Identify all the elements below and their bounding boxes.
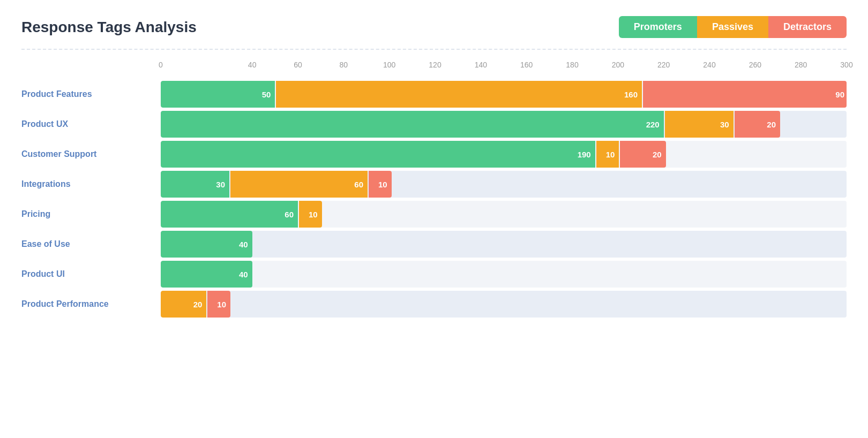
bar-segment-orange: 10	[596, 141, 619, 168]
segments-wrap: 6010	[161, 201, 847, 228]
bar-segment-green: 50	[161, 81, 275, 108]
segments-wrap: 306010	[161, 171, 847, 198]
row-label-product-ux: Product UX	[21, 119, 161, 129]
axis-tick-100: 100	[383, 61, 395, 69]
bar-track: 2010	[161, 291, 847, 318]
bar-segment-red: 90	[643, 81, 847, 108]
row-label-product-performance: Product Performance	[21, 299, 161, 309]
bars-container: Product Features5016090Product UX2203020…	[21, 81, 847, 318]
bar-row: Customer Support1901020	[21, 141, 847, 168]
bar-row: Integrations306010	[21, 171, 847, 198]
bar-track: 6010	[161, 201, 847, 228]
axis-tick-180: 180	[566, 61, 578, 69]
bar-row: Pricing6010	[21, 201, 847, 228]
row-label-product-ui: Product UI	[21, 269, 161, 279]
bar-segment-orange: 60	[230, 171, 368, 198]
bar-segment-red: 20	[735, 111, 780, 138]
bar-segment-orange: 30	[665, 111, 734, 138]
bar-track: 2203020	[161, 111, 847, 138]
segments-wrap: 2203020	[161, 111, 847, 138]
bar-row: Product Features5016090	[21, 81, 847, 108]
axis-tick-120: 120	[429, 61, 441, 69]
bar-segment-green: 40	[161, 231, 252, 258]
bar-segment-green: 60	[161, 201, 298, 228]
bar-track: 40	[161, 261, 847, 288]
bar-row: Product UI40	[21, 261, 847, 288]
segments-wrap: 40	[161, 231, 847, 258]
axis-tick-260: 260	[749, 61, 761, 69]
bar-segment-red: 10	[207, 291, 230, 318]
axis-tick-0: 0	[159, 61, 163, 69]
axis-tick-40: 40	[248, 61, 257, 69]
axis-tick-240: 240	[703, 61, 715, 69]
page-title: Response Tags Analysis	[21, 19, 197, 36]
bar-segment-green: 30	[161, 171, 229, 198]
divider	[21, 49, 847, 50]
chart-wrapper: 0406080100120140160180200220240260280300…	[21, 61, 847, 318]
bar-track: 1901020	[161, 141, 847, 168]
axis-ticks-container: 0406080100120140160180200220240260280300	[161, 61, 847, 75]
bar-track: 306010	[161, 171, 847, 198]
axis-tick-200: 200	[612, 61, 624, 69]
bar-segment-green: 220	[161, 111, 664, 138]
axis-labels-row: 0406080100120140160180200220240260280300	[21, 61, 847, 75]
segments-wrap: 5016090	[161, 81, 847, 108]
bar-track: 40	[161, 231, 847, 258]
axis-tick-300: 300	[840, 61, 852, 69]
axis-tick-220: 220	[657, 61, 670, 69]
row-label-integrations: Integrations	[21, 179, 161, 189]
bar-segment-green: 40	[161, 261, 252, 288]
bar-segment-red: 20	[620, 141, 665, 168]
bar-row: Product UX2203020	[21, 111, 847, 138]
segments-wrap: 40	[161, 261, 847, 288]
bar-segment-orange: 20	[161, 291, 206, 318]
segments-wrap: 1901020	[161, 141, 847, 168]
bar-row: Product Performance2010	[21, 291, 847, 318]
axis-tick-80: 80	[340, 61, 348, 69]
segments-wrap: 2010	[161, 291, 847, 318]
axis-tick-60: 60	[294, 61, 302, 69]
bar-row: Ease of Use40	[21, 231, 847, 258]
bar-segment-orange: 10	[299, 201, 322, 228]
legend-promoters[interactable]: Promoters	[619, 16, 697, 38]
bar-segment-orange: 160	[276, 81, 642, 108]
row-label-pricing: Pricing	[21, 209, 161, 219]
axis-tick-140: 140	[475, 61, 487, 69]
legend-passives[interactable]: Passives	[697, 16, 768, 38]
axis-tick-160: 160	[520, 61, 533, 69]
bar-track: 5016090	[161, 81, 847, 108]
legend: Promoters Passives Detractors	[619, 16, 847, 38]
legend-detractors[interactable]: Detractors	[768, 16, 847, 38]
row-label-ease-of-use: Ease of Use	[21, 239, 161, 249]
axis-tick-280: 280	[795, 61, 807, 69]
row-label-customer-support: Customer Support	[21, 149, 161, 159]
row-label-product-features: Product Features	[21, 89, 161, 99]
page-header: Response Tags Analysis Promoters Passive…	[21, 16, 847, 38]
bar-segment-green: 190	[161, 141, 595, 168]
bar-segment-red: 10	[369, 171, 392, 198]
